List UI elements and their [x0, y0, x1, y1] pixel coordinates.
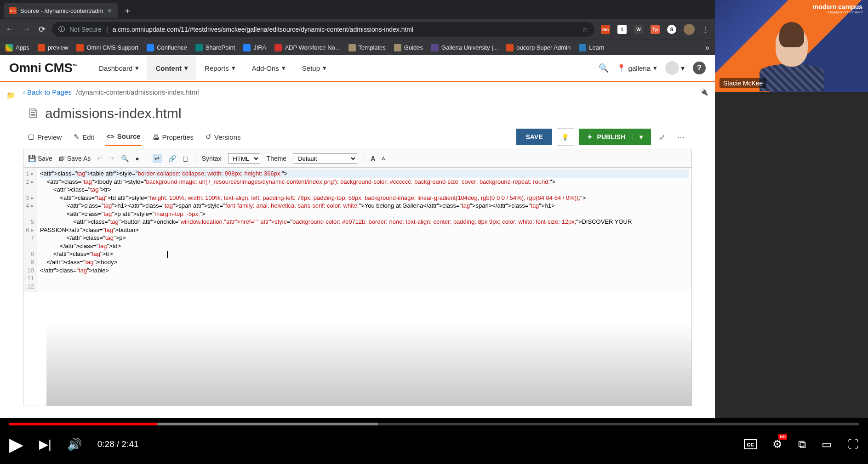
right-black-column	[715, 92, 868, 418]
ext-icon-4[interactable]: Tp	[651, 25, 660, 34]
nav-content[interactable]: Content▾	[147, 56, 196, 80]
settings-button[interactable]: ⚙HD	[772, 438, 782, 451]
progress-bar[interactable]	[9, 423, 859, 425]
star-icon[interactable]: ☆	[582, 26, 588, 33]
bookmark-omnicms[interactable]: Omni CMS Support	[76, 44, 138, 51]
back-to-pages-link[interactable]: ‹Back to Pages	[23, 88, 72, 96]
plug-icon[interactable]: 🔌	[700, 88, 708, 96]
theme-select[interactable]: Default	[293, 153, 357, 164]
next-button[interactable]: ▶|	[39, 437, 51, 452]
tab-source[interactable]: <>Source	[105, 128, 141, 146]
chevron-down-icon: ▾	[232, 64, 235, 72]
bookmark-learn[interactable]: Learn	[579, 44, 604, 51]
more-icon[interactable]: ⋯	[674, 129, 688, 145]
new-tab-button[interactable]: ＋	[123, 5, 131, 16]
circle-icon[interactable]: ●	[135, 155, 139, 162]
tab-edit[interactable]: ✎Edit	[73, 128, 95, 146]
bookmark-oucorp[interactable]: oucorp Super Admin	[506, 44, 571, 51]
syntax-label: Syntax	[202, 155, 222, 162]
url-bar: ← → ⟳ ⓘ Not Secure | a.cms.omniupdate.co…	[0, 19, 715, 40]
ext-icon-1[interactable]: mc	[601, 25, 610, 34]
nav-reports[interactable]: Reports▾	[196, 56, 244, 80]
tab-versions[interactable]: ↺Versions	[205, 128, 242, 146]
kebab-menu-icon[interactable]: ⋮	[702, 25, 709, 34]
bookmark-jira[interactable]: JIRA	[243, 44, 266, 51]
miniplayer-button[interactable]: ⧉	[798, 438, 806, 451]
file-tabs-row: 🖵Preview ✎Edit <>Source 🖶Properties ↺Ver…	[0, 126, 715, 148]
bookmark-adp[interactable]: ADP Workforce No...	[274, 44, 340, 51]
address-field[interactable]: ⓘ Not Secure | a.cms.omniupdate.com/11/#…	[52, 22, 594, 37]
bookmarks-overflow[interactable]: »	[705, 44, 709, 52]
profile-avatar[interactable]	[684, 24, 695, 35]
bookmark-apps[interactable]: Apps	[6, 44, 29, 51]
nav-addons[interactable]: Add-Ons▾	[244, 56, 294, 80]
site-selector[interactable]: 📍 gallena ▾	[617, 64, 657, 72]
expand-icon[interactable]: ⤢	[656, 129, 669, 145]
save-button[interactable]: SAVE	[516, 129, 552, 145]
chevron-down-icon[interactable]: ▾	[633, 133, 643, 141]
syntax-select[interactable]: HTML	[228, 153, 260, 164]
bookmark-sharepoint[interactable]: SharePoint	[195, 44, 235, 51]
presenter-webcam: modern campus Engagement Evolved Stacie …	[715, 0, 868, 92]
fullscreen-button[interactable]: ⛶	[848, 438, 859, 451]
search-icon[interactable]: 🔍	[599, 63, 609, 73]
chevron-down-icon: ▾	[184, 64, 188, 72]
ext-icon-2[interactable]: 1	[617, 25, 627, 34]
user-menu[interactable]: ▾	[665, 61, 685, 75]
theater-button[interactable]: ▭	[822, 438, 832, 451]
toolbar-save[interactable]: 💾Save	[28, 155, 52, 162]
ext-icon-5[interactable]: S	[667, 25, 676, 34]
text-cursor: I	[166, 248, 169, 262]
bookmark-confluence[interactable]: Confluence	[147, 44, 187, 51]
extension-icons: mc 1 W Tp S ⋮	[601, 24, 709, 35]
tab-preview[interactable]: 🖵Preview	[27, 129, 63, 146]
publish-button[interactable]: ✦ PUBLISH ▾	[579, 129, 651, 145]
nav-dashboard[interactable]: Dashboard▾	[91, 56, 147, 80]
close-tab-icon[interactable]: ✕	[107, 7, 112, 14]
wrap-icon[interactable]: ↵	[153, 154, 162, 163]
folder-icon[interactable]: 📁	[6, 91, 16, 100]
wand-icon: ✦	[587, 133, 593, 141]
nav-setup[interactable]: Setup▾	[294, 56, 335, 80]
site-name: gallena	[628, 64, 651, 72]
browser-window: mc Source - /dynamic-content/adm ✕ ＋ ← →…	[0, 0, 715, 418]
main-nav: Dashboard▾ Content▾ Reports▾ Add-Ons▾ Se…	[91, 56, 335, 80]
play-button[interactable]: ▶	[9, 434, 23, 455]
browser-tab[interactable]: mc Source - /dynamic-content/adm ✕	[4, 3, 118, 18]
search-icon[interactable]: 🔍	[121, 155, 129, 162]
app-logo[interactable]: Omni CMS™	[9, 61, 77, 75]
bookmarks-bar: Apps preview Omni CMS Support Confluence…	[0, 40, 715, 55]
url-text: a.cms.omniupdate.com/11/#testdrives/smck…	[113, 26, 413, 33]
help-icon[interactable]: ?	[693, 62, 706, 74]
video-frame: mc Source - /dynamic-content/adm ✕ ＋ ← →…	[0, 0, 868, 464]
code-body[interactable]: <attr">class="tag">table attr">style="bo…	[37, 168, 691, 292]
reload-button[interactable]: ⟳	[39, 24, 46, 34]
bookmark-preview[interactable]: preview	[38, 44, 69, 51]
volume-button[interactable]: 🔊	[67, 437, 82, 452]
info-icon[interactable]: ⓘ	[58, 25, 65, 34]
bookmark-guides[interactable]: Guides	[394, 44, 423, 51]
code-area[interactable]: 1 ▸2 ▸3 ▸4 ▸56 ▸789101112 <attr">class="…	[23, 168, 691, 292]
tab-properties[interactable]: 🖶Properties	[152, 129, 194, 146]
box-icon[interactable]: ▢	[183, 155, 188, 162]
source-editor: 💾Save 🗊Save As ↶ ↷ 🔍 ● ↵ 🔗 ▢ Syntax HTML…	[23, 149, 692, 406]
link-icon[interactable]: 🔗	[168, 155, 176, 162]
bookmark-templates[interactable]: Templates	[348, 44, 386, 51]
breadcrumb-bar: ‹Back to Pages /dynamic-content/admissio…	[0, 82, 715, 102]
back-button[interactable]: ←	[6, 24, 14, 34]
font-small-icon[interactable]: A	[382, 156, 385, 161]
history-icon: ↺	[206, 133, 211, 141]
undo-icon[interactable]: ↶	[97, 155, 103, 162]
lightbulb-button[interactable]: 💡	[557, 128, 574, 146]
code-icon: <>	[106, 132, 114, 140]
captions-button[interactable]: cc	[744, 439, 757, 449]
time-display: 0:28 / 2:41	[97, 439, 139, 449]
security-label: Not Secure	[69, 26, 102, 33]
page-title: 🗎 admissions-index.html	[0, 102, 715, 126]
forward-button[interactable]: →	[22, 24, 30, 34]
redo-icon[interactable]: ↷	[109, 155, 114, 162]
bookmark-gallena[interactable]: Gallena University |...	[431, 44, 498, 51]
ext-icon-3[interactable]: W	[634, 25, 643, 34]
font-large-icon[interactable]: A	[371, 155, 375, 162]
toolbar-save-as[interactable]: 🗊Save As	[59, 155, 91, 162]
